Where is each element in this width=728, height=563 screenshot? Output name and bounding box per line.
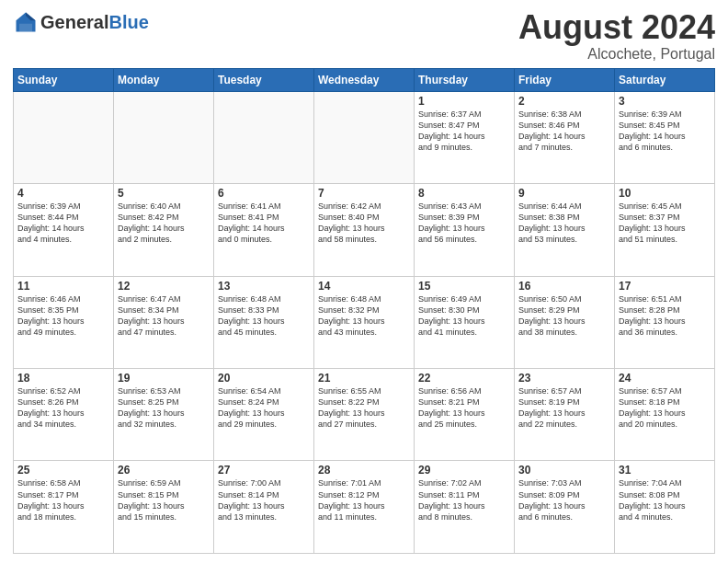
calendar-cell: 7Sunrise: 6:42 AM Sunset: 8:40 PM Daylig… (314, 184, 415, 276)
day-info: Sunrise: 6:51 AM Sunset: 8:28 PM Dayligh… (619, 293, 711, 339)
day-info: Sunrise: 6:48 AM Sunset: 8:32 PM Dayligh… (318, 293, 410, 339)
calendar-header-friday: Friday (515, 68, 615, 91)
day-number: 24 (619, 372, 711, 385)
day-number: 29 (418, 464, 510, 477)
day-number: 21 (318, 372, 410, 385)
day-number: 14 (318, 280, 410, 293)
calendar-cell: 2Sunrise: 6:38 AM Sunset: 8:46 PM Daylig… (515, 91, 615, 183)
calendar-cell: 28Sunrise: 7:01 AM Sunset: 8:12 PM Dayli… (314, 461, 415, 554)
calendar-cell: 21Sunrise: 6:55 AM Sunset: 8:22 PM Dayli… (314, 369, 415, 461)
day-number: 20 (218, 372, 310, 385)
day-info: Sunrise: 6:41 AM Sunset: 8:41 PM Dayligh… (218, 201, 310, 246)
calendar-cell: 1Sunrise: 6:37 AM Sunset: 8:47 PM Daylig… (415, 91, 515, 183)
day-number: 18 (17, 372, 109, 385)
calendar-cell: 9Sunrise: 6:44 AM Sunset: 8:38 PM Daylig… (515, 184, 615, 276)
calendar-header-saturday: Saturday (615, 68, 715, 91)
day-number: 6 (218, 187, 310, 200)
day-number: 5 (118, 187, 210, 200)
calendar-cell: 25Sunrise: 6:58 AM Sunset: 8:17 PM Dayli… (14, 461, 114, 554)
logo-general-text: General (40, 12, 108, 32)
week-row-1: 4Sunrise: 6:39 AM Sunset: 8:44 PM Daylig… (14, 184, 715, 276)
week-row-3: 18Sunrise: 6:52 AM Sunset: 8:26 PM Dayli… (14, 369, 715, 461)
calendar-cell: 17Sunrise: 6:51 AM Sunset: 8:28 PM Dayli… (615, 276, 715, 368)
day-info: Sunrise: 7:01 AM Sunset: 8:12 PM Dayligh… (318, 477, 410, 523)
day-info: Sunrise: 6:44 AM Sunset: 8:38 PM Dayligh… (518, 201, 610, 246)
day-info: Sunrise: 6:39 AM Sunset: 8:45 PM Dayligh… (619, 109, 711, 154)
calendar-header-wednesday: Wednesday (314, 68, 415, 91)
day-info: Sunrise: 6:56 AM Sunset: 8:21 PM Dayligh… (418, 385, 510, 431)
day-info: Sunrise: 6:53 AM Sunset: 8:25 PM Dayligh… (118, 385, 210, 431)
calendar-header-monday: Monday (114, 68, 214, 91)
day-number: 19 (118, 372, 210, 385)
calendar-cell (114, 91, 214, 183)
calendar-header-row: SundayMondayTuesdayWednesdayThursdayFrid… (14, 68, 715, 91)
day-number: 12 (118, 280, 210, 293)
day-number: 1 (418, 95, 510, 108)
day-info: Sunrise: 6:52 AM Sunset: 8:26 PM Dayligh… (17, 385, 109, 431)
logo-icon (13, 9, 39, 35)
logo: GeneralBlue (13, 9, 149, 35)
day-number: 9 (518, 187, 610, 200)
day-info: Sunrise: 6:47 AM Sunset: 8:34 PM Dayligh… (118, 293, 210, 339)
day-info: Sunrise: 6:40 AM Sunset: 8:42 PM Dayligh… (118, 201, 210, 246)
month-year: August 2024 (518, 9, 715, 46)
day-info: Sunrise: 6:46 AM Sunset: 8:35 PM Dayligh… (17, 293, 109, 339)
calendar-cell: 30Sunrise: 7:03 AM Sunset: 8:09 PM Dayli… (515, 461, 615, 554)
day-number: 23 (518, 372, 610, 385)
day-number: 31 (619, 464, 711, 477)
day-info: Sunrise: 6:54 AM Sunset: 8:24 PM Dayligh… (218, 385, 310, 431)
calendar-cell (14, 91, 114, 183)
day-number: 17 (619, 280, 711, 293)
day-number: 4 (17, 187, 109, 200)
calendar-cell: 10Sunrise: 6:45 AM Sunset: 8:37 PM Dayli… (615, 184, 715, 276)
day-info: Sunrise: 6:57 AM Sunset: 8:19 PM Dayligh… (518, 385, 610, 431)
calendar-header-sunday: Sunday (14, 68, 114, 91)
day-info: Sunrise: 7:00 AM Sunset: 8:14 PM Dayligh… (218, 477, 310, 523)
calendar-cell: 31Sunrise: 7:04 AM Sunset: 8:08 PM Dayli… (615, 461, 715, 554)
day-number: 2 (518, 95, 610, 108)
day-number: 3 (619, 95, 711, 108)
calendar-cell: 20Sunrise: 6:54 AM Sunset: 8:24 PM Dayli… (214, 369, 314, 461)
calendar-cell: 14Sunrise: 6:48 AM Sunset: 8:32 PM Dayli… (314, 276, 415, 368)
day-number: 27 (218, 464, 310, 477)
day-info: Sunrise: 6:42 AM Sunset: 8:40 PM Dayligh… (318, 201, 410, 246)
day-number: 11 (17, 280, 109, 293)
calendar-cell: 13Sunrise: 6:48 AM Sunset: 8:33 PM Dayli… (214, 276, 314, 368)
day-number: 25 (17, 464, 109, 477)
day-info: Sunrise: 6:37 AM Sunset: 8:47 PM Dayligh… (418, 109, 510, 154)
calendar-header-tuesday: Tuesday (214, 68, 314, 91)
calendar-cell: 12Sunrise: 6:47 AM Sunset: 8:34 PM Dayli… (114, 276, 214, 368)
day-info: Sunrise: 6:38 AM Sunset: 8:46 PM Dayligh… (518, 109, 610, 154)
calendar-cell: 23Sunrise: 6:57 AM Sunset: 8:19 PM Dayli… (515, 369, 615, 461)
day-number: 10 (619, 187, 711, 200)
day-number: 28 (318, 464, 410, 477)
day-number: 22 (418, 372, 510, 385)
day-number: 26 (118, 464, 210, 477)
day-info: Sunrise: 6:43 AM Sunset: 8:39 PM Dayligh… (418, 201, 510, 246)
day-info: Sunrise: 7:02 AM Sunset: 8:11 PM Dayligh… (418, 477, 510, 523)
day-info: Sunrise: 6:45 AM Sunset: 8:37 PM Dayligh… (619, 201, 711, 246)
calendar-cell: 15Sunrise: 6:49 AM Sunset: 8:30 PM Dayli… (415, 276, 515, 368)
day-info: Sunrise: 6:49 AM Sunset: 8:30 PM Dayligh… (418, 293, 510, 339)
week-row-4: 25Sunrise: 6:58 AM Sunset: 8:17 PM Dayli… (14, 461, 715, 554)
calendar-cell: 27Sunrise: 7:00 AM Sunset: 8:14 PM Dayli… (214, 461, 314, 554)
calendar-table: SundayMondayTuesdayWednesdayThursdayFrid… (13, 68, 715, 554)
calendar-cell: 3Sunrise: 6:39 AM Sunset: 8:45 PM Daylig… (615, 91, 715, 183)
day-number: 13 (218, 280, 310, 293)
week-row-2: 11Sunrise: 6:46 AM Sunset: 8:35 PM Dayli… (14, 276, 715, 368)
calendar-cell: 6Sunrise: 6:41 AM Sunset: 8:41 PM Daylig… (214, 184, 314, 276)
calendar-header-thursday: Thursday (415, 68, 515, 91)
calendar-cell: 8Sunrise: 6:43 AM Sunset: 8:39 PM Daylig… (415, 184, 515, 276)
day-info: Sunrise: 6:58 AM Sunset: 8:17 PM Dayligh… (17, 477, 109, 523)
calendar-cell (214, 91, 314, 183)
svg-rect-2 (19, 24, 32, 32)
calendar-cell: 4Sunrise: 6:39 AM Sunset: 8:44 PM Daylig… (14, 184, 114, 276)
calendar-cell (314, 91, 415, 183)
day-number: 15 (418, 280, 510, 293)
day-info: Sunrise: 6:57 AM Sunset: 8:18 PM Dayligh… (619, 385, 711, 431)
calendar-cell: 5Sunrise: 6:40 AM Sunset: 8:42 PM Daylig… (114, 184, 214, 276)
day-info: Sunrise: 6:48 AM Sunset: 8:33 PM Dayligh… (218, 293, 310, 339)
day-info: Sunrise: 6:50 AM Sunset: 8:29 PM Dayligh… (518, 293, 610, 339)
day-number: 16 (518, 280, 610, 293)
calendar-cell: 26Sunrise: 6:59 AM Sunset: 8:15 PM Dayli… (114, 461, 214, 554)
